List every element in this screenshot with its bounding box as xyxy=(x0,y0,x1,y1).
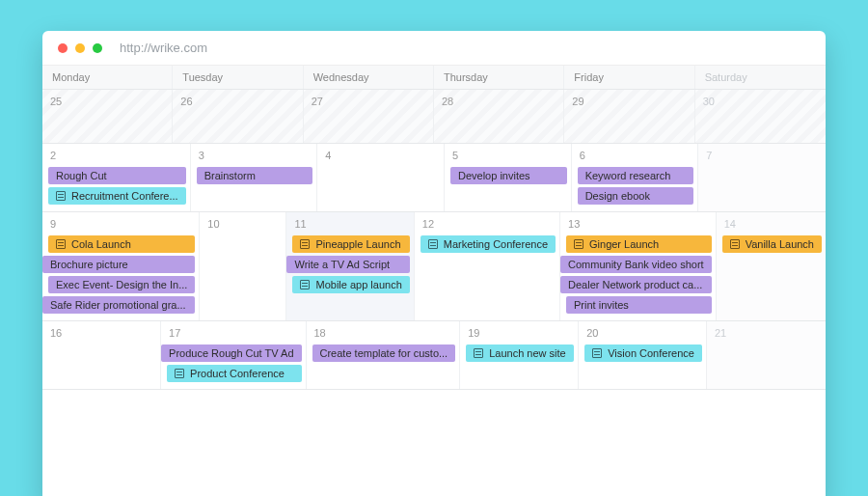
calendar-day[interactable]: 2Rough CutRecruitment Confere... xyxy=(42,144,191,211)
event-label: Exec Event- Design the In... xyxy=(56,279,187,290)
calendar-event[interactable]: Vanilla Launch xyxy=(722,235,822,253)
day-number: 21 xyxy=(707,325,826,343)
calendar-event[interactable]: Product Conference xyxy=(167,365,301,382)
day-number: 3 xyxy=(191,148,317,165)
calendar-day[interactable]: 9Cola LaunchBrochure pictureExec Event- … xyxy=(42,212,200,320)
calendar-day[interactable]: 19Launch new site xyxy=(460,321,579,389)
calendar-event[interactable]: Vision Conference xyxy=(584,344,702,362)
calendar-day[interactable]: 12Marketing Conference xyxy=(415,212,560,320)
calendar-day[interactable]: 16 xyxy=(42,321,161,389)
calendar-day[interactable]: 3Brainstorm xyxy=(191,144,318,211)
event-label: Vanilla Launch xyxy=(746,238,814,250)
minimize-icon[interactable] xyxy=(75,43,85,53)
calendar-event[interactable]: Produce Rough Cut TV Ad xyxy=(161,344,301,362)
day-number: 18 xyxy=(307,325,460,343)
calendar-day[interactable]: 5Develop invites xyxy=(445,144,572,211)
event-label: Pineapple Launch xyxy=(315,238,400,250)
day-number: 30 xyxy=(695,94,826,111)
calendar-event[interactable]: Safe Rider promotional gra... xyxy=(42,296,195,314)
calendar-event[interactable]: Cola Launch xyxy=(48,235,195,253)
day-header: Thursday xyxy=(434,66,564,89)
day-number: 9 xyxy=(42,216,199,234)
calendar-day[interactable]: 28 xyxy=(434,90,564,143)
calendar-event[interactable]: Rough Cut xyxy=(48,167,186,184)
event-icon xyxy=(730,239,740,249)
event-label: Keyword research xyxy=(585,170,671,181)
day-number: 10 xyxy=(200,216,285,234)
event-label: Print invites xyxy=(574,299,629,311)
calendar-week: 1617Produce Rough Cut TV AdProduct Confe… xyxy=(42,321,826,390)
calendar-event[interactable]: Marketing Conference xyxy=(420,235,556,253)
event-icon xyxy=(175,369,184,378)
calendar-event[interactable]: Mobile app launch xyxy=(292,276,409,293)
day-header: Friday xyxy=(564,66,694,89)
event-label: Launch new site xyxy=(489,347,566,359)
calendar-event[interactable]: Develop invites xyxy=(450,167,567,184)
event-icon xyxy=(300,280,310,289)
event-label: Dealer Network product ca... xyxy=(568,279,702,290)
close-icon[interactable] xyxy=(58,43,68,53)
day-number: 26 xyxy=(173,94,302,111)
event-icon xyxy=(574,239,583,249)
calendar-day[interactable]: 17Produce Rough Cut TV AdProduct Confere… xyxy=(161,321,306,389)
day-number: 17 xyxy=(161,325,305,343)
calendar-day[interactable]: 29 xyxy=(564,90,694,143)
calendar-week: 252627282930 xyxy=(42,90,826,144)
calendar-event[interactable]: Create template for custo... xyxy=(312,344,456,362)
event-label: Develop invites xyxy=(458,170,530,181)
maximize-icon[interactable] xyxy=(93,43,102,53)
calendar-event[interactable]: Pineapple Launch xyxy=(292,235,409,253)
calendar-day[interactable]: 4 xyxy=(317,144,445,211)
day-number: 16 xyxy=(42,325,160,343)
event-icon xyxy=(56,191,66,201)
day-number: 27 xyxy=(304,94,433,111)
calendar-event[interactable]: Exec Event- Design the In... xyxy=(48,276,195,293)
calendar-day[interactable]: 25 xyxy=(42,90,173,143)
day-header: Saturday xyxy=(695,66,826,89)
calendar-event[interactable]: Ginger Launch xyxy=(566,235,712,253)
calendar-event[interactable]: Print invites xyxy=(566,296,712,314)
day-number: 19 xyxy=(460,325,578,343)
day-number: 7 xyxy=(698,148,826,165)
calendar-day[interactable]: 18Create template for custo... xyxy=(307,321,461,389)
event-label: Mobile app launch xyxy=(315,279,401,290)
calendar-event[interactable]: Recruitment Confere... xyxy=(48,187,186,205)
event-label: Vision Conference xyxy=(608,347,694,359)
day-number: 12 xyxy=(415,216,559,234)
calendar-event[interactable]: Brochure picture xyxy=(42,256,195,273)
calendar-event[interactable]: Keyword research xyxy=(578,167,694,184)
day-header: Tuesday xyxy=(173,66,303,89)
event-label: Safe Rider promotional gra... xyxy=(50,299,186,311)
calendar-day[interactable]: 20Vision Conference xyxy=(579,321,707,389)
day-number: 6 xyxy=(572,148,698,165)
event-label: Brainstorm xyxy=(204,170,256,181)
calendar-day[interactable]: 10 xyxy=(200,212,286,320)
calendar-day[interactable]: 14Vanilla Launch xyxy=(717,212,826,320)
calendar-day[interactable]: 27 xyxy=(304,90,434,143)
calendar-event[interactable]: Design ebook xyxy=(578,187,694,205)
calendar-day[interactable]: 21 xyxy=(707,321,826,389)
calendar-day[interactable]: 7 xyxy=(698,144,826,211)
event-label: Community Bank video short xyxy=(568,259,704,270)
day-number: 13 xyxy=(560,216,716,234)
calendar-day[interactable]: 30 xyxy=(695,90,826,143)
calendar-event[interactable]: Launch new site xyxy=(466,344,574,362)
calendar-event[interactable]: Community Bank video short xyxy=(560,256,712,273)
calendar-event[interactable]: Dealer Network product ca... xyxy=(560,276,712,293)
event-icon xyxy=(300,239,310,249)
event-label: Cola Launch xyxy=(71,238,131,250)
event-icon xyxy=(428,239,438,249)
calendar-day[interactable]: 26 xyxy=(173,90,303,143)
day-number: 29 xyxy=(564,94,693,111)
day-number: 11 xyxy=(286,216,413,234)
calendar-event[interactable]: Write a TV Ad Script xyxy=(286,256,409,273)
calendar-event[interactable]: Brainstorm xyxy=(197,167,313,184)
calendar-week: 9Cola LaunchBrochure pictureExec Event- … xyxy=(42,212,826,321)
calendar-day[interactable]: 13Ginger LaunchCommunity Bank video shor… xyxy=(560,212,717,320)
calendar-day[interactable]: 11Pineapple LaunchWrite a TV Ad ScriptMo… xyxy=(286,212,414,320)
address-bar-url[interactable]: http://wrike.com xyxy=(120,41,207,55)
window-titlebar: http://wrike.com xyxy=(42,31,826,66)
calendar-day[interactable]: 6Keyword researchDesign ebook xyxy=(572,144,699,211)
day-header: Wednesday xyxy=(304,66,434,89)
day-number: 25 xyxy=(42,94,172,111)
